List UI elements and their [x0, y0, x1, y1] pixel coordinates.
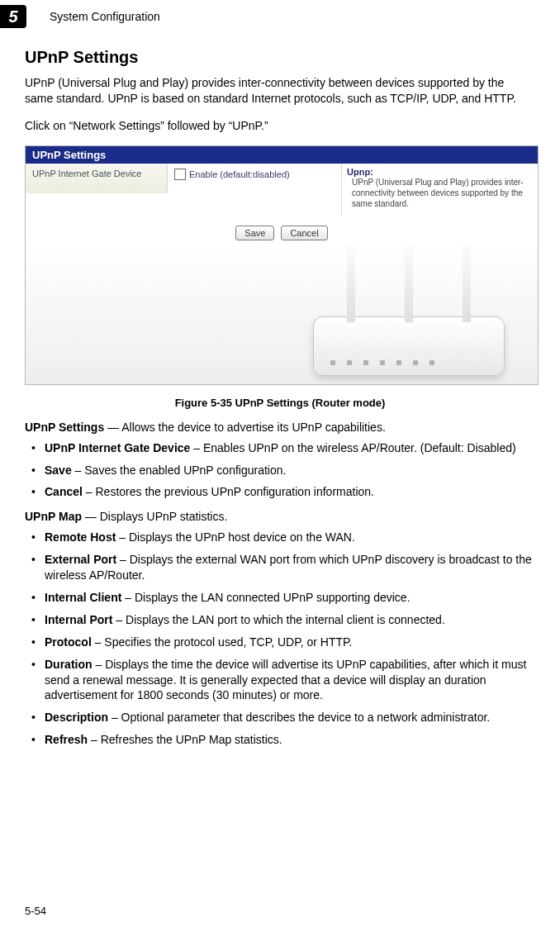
map-item-term: Description — [45, 711, 108, 724]
screenshot-device-image — [26, 244, 538, 384]
map-item-term: Internal Client — [45, 591, 121, 604]
screenshot-setting-label: UPnP Internet Gate Device — [26, 164, 168, 193]
page-number: 5-54 — [25, 905, 46, 917]
enable-checkbox[interactable] — [174, 169, 186, 180]
settings-item-desc: – Restores the previous UPnP configurati… — [83, 485, 374, 498]
click-instruction: Click on “Network Settings” followed by … — [25, 118, 535, 134]
map-item: Refresh – Refreshes the UPnP Map statist… — [25, 732, 535, 748]
upnp-map-lead-bold: UPnP Map — [25, 510, 82, 523]
map-item-term: Internal Port — [45, 613, 112, 626]
map-item: External Port – Displays the external WA… — [25, 552, 535, 583]
map-item: Description – Optional parameter that de… — [25, 710, 535, 725]
embedded-screenshot: UPnP Settings UPnP Internet Gate Device … — [25, 145, 539, 385]
settings-item: UPnP Internet Gate Device – Enables UPnP… — [25, 440, 535, 456]
upnp-settings-lead-bold: UPnP Settings — [25, 421, 104, 434]
map-item-desc: – Displays the LAN port to which the int… — [112, 613, 444, 626]
screenshot-main-row: UPnP Internet Gate Device Enable (defaul… — [26, 164, 538, 216]
map-item-term: Refresh — [45, 733, 88, 746]
map-item: Protocol – Specifies the protocol used, … — [25, 635, 535, 650]
settings-item-term: UPnP Internet Gate Device — [45, 441, 190, 454]
map-item: Internal Client – Displays the LAN conne… — [25, 590, 535, 606]
screenshot-help-panel: Upnp: UPnP (Universal Plug and Play) pro… — [341, 164, 538, 216]
map-item-term: Remote Host — [45, 530, 116, 544]
settings-item-term: Cancel — [45, 485, 83, 498]
cancel-button[interactable]: Cancel — [281, 226, 327, 240]
upnp-settings-lead: UPnP Settings — Allows the device to adv… — [25, 421, 535, 434]
settings-item-desc: – Enables UPnP on the wireless AP/Router… — [190, 441, 515, 454]
save-button[interactable]: Save — [235, 226, 274, 240]
upnp-map-lead-rest: — Displays UPnP statistics. — [82, 510, 227, 523]
page: 5 System Configuration UPnP Settings UPn… — [0, 0, 560, 932]
router-illustration — [313, 316, 505, 376]
map-item-term: Duration — [45, 658, 93, 671]
map-item: Duration – Displays the time the device … — [25, 657, 535, 704]
chapter-tab: 5 — [0, 5, 26, 28]
settings-item: Cancel – Restores the previous UPnP conf… — [25, 484, 535, 500]
screenshot-setting-control: Enable (default:disabled) — [168, 164, 341, 185]
map-item-desc: – Optional parameter that describes the … — [108, 711, 490, 724]
header-title: System Configuration — [50, 10, 160, 23]
map-item: Internal Port – Displays the LAN port to… — [25, 612, 535, 628]
settings-item-term: Save — [45, 464, 72, 477]
map-item-desc: – Specifies the protocol used, TCP, UDP,… — [92, 635, 353, 649]
help-text: UPnP (Universal Plug and Play) provides … — [352, 177, 533, 209]
map-item-desc: – Refreshes the UPnP Map statistics. — [88, 733, 282, 746]
map-item-desc: – Displays the UPnP host device on the W… — [116, 530, 354, 544]
settings-item: Save – Saves the enabled UPnP configurat… — [25, 463, 535, 478]
content-area: UPnP Settings UPnP (Universal Plug and P… — [25, 48, 535, 748]
map-item-desc: – Displays the LAN connected UPnP suppor… — [121, 591, 410, 604]
figure-caption: Figure 5-35 UPnP Settings (Router mode) — [25, 397, 535, 409]
section-heading: UPnP Settings — [25, 48, 535, 67]
map-bullet-list: Remote Host – Displays the UPnP host dev… — [25, 530, 535, 748]
help-title: Upnp: — [347, 167, 533, 177]
settings-item-desc: – Saves the enabled UPnP configuration. — [72, 464, 287, 477]
map-item-term: External Port — [45, 553, 116, 566]
screenshot-title-bar: UPnP Settings — [26, 146, 538, 164]
screenshot-button-row: Save Cancel — [26, 221, 538, 244]
settings-bullet-list: UPnP Internet Gate Device – Enables UPnP… — [25, 440, 535, 501]
map-item: Remote Host – Displays the UPnP host dev… — [25, 530, 535, 545]
map-item-term: Protocol — [45, 635, 92, 649]
upnp-map-lead: UPnP Map — Displays UPnP statistics. — [25, 510, 535, 523]
intro-paragraph: UPnP (Universal Plug and Play) provides … — [25, 75, 535, 107]
upnp-settings-lead-rest: — Allows the device to advertise its UPn… — [104, 421, 386, 434]
map-item-desc: – Displays the time the device will adve… — [45, 658, 526, 702]
map-item-desc: – Displays the external WAN port from wh… — [45, 553, 532, 582]
checkbox-label: Enable (default:disabled) — [189, 169, 290, 179]
